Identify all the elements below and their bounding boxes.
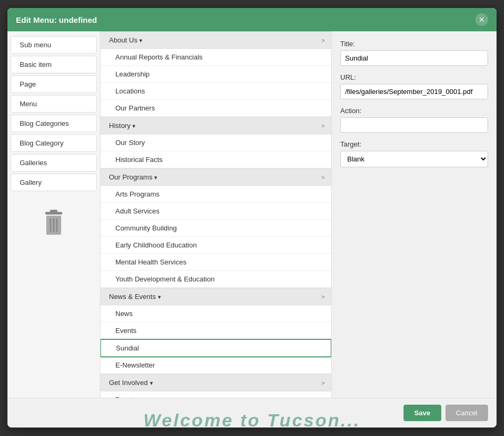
save-button[interactable]: Save: [404, 405, 441, 421]
sidebar-item-page[interactable]: Page: [11, 75, 97, 93]
section-news-events[interactable]: News & Events ▾ >: [100, 288, 331, 305]
section-our-programs-label: Our Programs ▾: [109, 173, 157, 181]
modal-header: Edit Menu: undefined ×: [7, 8, 497, 31]
url-input[interactable]: [340, 84, 488, 99]
trash-icon-container: [7, 198, 100, 248]
modal-title: Edit Menu: undefined: [16, 15, 97, 24]
action-label: Action:: [340, 107, 488, 115]
menu-item-mental-health[interactable]: Mental Health Services: [100, 254, 331, 271]
section-about-us[interactable]: About Us ▾ >: [100, 31, 331, 49]
trash-icon[interactable]: [41, 209, 66, 237]
menu-item-community-building[interactable]: Community Building: [100, 220, 331, 237]
section-news-events-label: News & Events ▾: [109, 293, 161, 301]
title-form-group: Title:: [340, 40, 488, 66]
section-history-label: History ▾: [109, 122, 136, 130]
history-dropdown-arrow: ▾: [132, 123, 136, 129]
get-involved-arrow: >: [322, 380, 325, 386]
menu-item-donate[interactable]: Donate: [100, 391, 331, 398]
menu-item-locations[interactable]: Locations: [100, 83, 331, 100]
target-label: Target:: [340, 140, 488, 148]
sidebar-item-gallery[interactable]: Gallery: [11, 174, 97, 191]
section-get-involved[interactable]: Get Involved ▾ >: [100, 374, 331, 391]
title-input[interactable]: [340, 50, 488, 66]
action-input[interactable]: [340, 117, 488, 133]
news-dropdown-arrow: ▾: [158, 294, 161, 300]
sidebar-item-blog-category[interactable]: Blog Category: [11, 134, 97, 152]
menu-item-youth-development[interactable]: Youth Development & Education: [100, 271, 331, 288]
get-involved-dropdown-arrow: ▾: [150, 380, 153, 386]
sidebar-item-menu[interactable]: Menu: [11, 95, 97, 113]
target-form-group: Target: Blank Self Parent Top: [340, 140, 488, 167]
menu-item-e-newsletter[interactable]: E-Newsletter: [100, 357, 331, 374]
menu-item-sundial[interactable]: Sundial: [100, 339, 331, 357]
modal-close-button[interactable]: ×: [475, 13, 488, 26]
modal-title-value: undefined: [59, 15, 97, 24]
menu-item-our-partners[interactable]: Our Partners: [100, 100, 331, 117]
bg-watermark: Welcome to Tucson...: [144, 410, 360, 431]
svg-rect-1: [50, 210, 57, 212]
menu-item-our-story[interactable]: Our Story: [100, 134, 331, 151]
section-get-involved-label: Get Involved ▾: [109, 379, 153, 387]
sidebar-item-sub-menu[interactable]: Sub menu: [11, 36, 97, 54]
menu-item-events[interactable]: Events: [100, 322, 331, 339]
action-form-group: Action:: [340, 107, 488, 133]
modal-body: Sub menu Basic item Page Menu Blog Categ…: [7, 31, 497, 398]
menu-item-arts-programs[interactable]: Arts Programs: [100, 186, 331, 203]
news-events-arrow: >: [322, 294, 325, 300]
modal-title-prefix: Edit Menu:: [16, 15, 59, 24]
edit-menu-modal: Edit Menu: undefined × Sub menu Basic it…: [7, 8, 497, 428]
sidebar: Sub menu Basic item Page Menu Blog Categ…: [7, 31, 100, 398]
about-us-dropdown-arrow: ▾: [139, 37, 142, 44]
menu-item-news[interactable]: News: [100, 305, 331, 322]
about-us-arrow: >: [322, 37, 325, 44]
menu-item-early-childhood[interactable]: Early Childhood Education: [100, 237, 331, 254]
modal-overlay: Welcome to Tucson... Edit Menu: undefine…: [0, 0, 504, 436]
menu-item-adult-services[interactable]: Adult Services: [100, 203, 331, 220]
sidebar-item-basic-item[interactable]: Basic item: [11, 56, 97, 73]
programs-dropdown-arrow: ▾: [154, 174, 157, 181]
url-form-group: URL:: [340, 73, 488, 99]
target-select[interactable]: Blank Self Parent Top: [340, 151, 488, 167]
sidebar-item-galleries[interactable]: Galleries: [11, 154, 97, 172]
menu-list: About Us ▾ > Annual Reports & Financials…: [100, 31, 332, 398]
history-arrow: >: [322, 123, 325, 129]
menu-item-leadership[interactable]: Leadership: [100, 66, 331, 83]
programs-arrow: >: [322, 174, 325, 181]
section-our-programs[interactable]: Our Programs ▾ >: [100, 168, 331, 186]
cancel-button[interactable]: Cancel: [446, 405, 488, 421]
title-label: Title:: [340, 40, 488, 48]
section-about-us-label: About Us ▾: [109, 36, 142, 44]
menu-item-historical-facts[interactable]: Historical Facts: [100, 151, 331, 168]
section-history[interactable]: History ▾ >: [100, 117, 331, 134]
url-label: URL:: [340, 73, 488, 81]
menu-item-annual-reports[interactable]: Annual Reports & Financials: [100, 49, 331, 66]
sidebar-item-blog-categories[interactable]: Blog Categories: [11, 115, 97, 132]
right-panel: Title: URL: Action: Target: Blank Self: [332, 31, 497, 398]
